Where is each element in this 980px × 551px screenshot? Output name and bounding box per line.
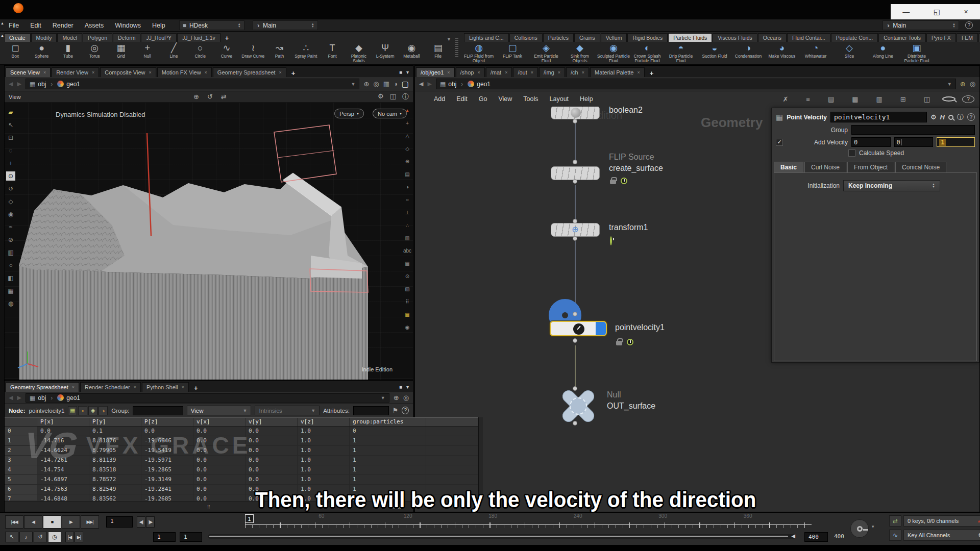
- shelf-tool[interactable]: ◕ Make Viscous: [765, 42, 799, 65]
- shelf-tool[interactable]: ◎ Torus: [81, 42, 108, 65]
- network-menu-item[interactable]: Go: [473, 95, 493, 103]
- shelf-tool[interactable]: ◔ Whitewater: [799, 42, 832, 65]
- initialization-dropdown[interactable]: Keep Incoming ▲▼: [843, 180, 940, 191]
- menu-item[interactable]: Help: [146, 22, 171, 29]
- pane-tab[interactable]: /shop ×: [456, 67, 485, 77]
- intrinsics-dropdown[interactable]: Intrinsics ▼: [255, 406, 320, 415]
- pane-toolbar-icon[interactable]: ✗: [777, 95, 794, 103]
- viewport-tool-icon[interactable]: ▰: [6, 108, 15, 117]
- viewport-tool-icon[interactable]: ◉: [6, 210, 15, 219]
- node-label[interactable]: OUT_surface: [607, 402, 655, 411]
- playbar-option-button[interactable]: ↖: [5, 532, 18, 542]
- shelf-tool[interactable]: ◐ Crown Splash Particle Fluid: [630, 42, 664, 65]
- shelf-tool[interactable]: Ψ L-System: [372, 42, 399, 65]
- viewport-tool-icon[interactable]: ◌: [6, 146, 15, 155]
- table-row[interactable]: 5-14.68978.78572-19.31490.00.01.01: [5, 475, 478, 485]
- viewport-tool-icon[interactable]: ≈: [6, 222, 15, 232]
- help-icon[interactable]: ?: [965, 21, 973, 29]
- viewport-tool-icon[interactable]: ◍: [6, 299, 15, 308]
- viewport-tool-icon[interactable]: ▥: [6, 248, 15, 257]
- node-create-surface[interactable]: [551, 166, 600, 180]
- null-node-center[interactable]: [570, 397, 587, 415]
- shelf-tab[interactable]: Viscous Fluids: [713, 33, 757, 42]
- column-header[interactable]: P[y]: [89, 418, 141, 426]
- pane-toolbar-icon[interactable]: ◫: [918, 95, 936, 103]
- pane-maximize-icon[interactable]: ■: [399, 384, 402, 390]
- close-icon[interactable]: ×: [279, 70, 282, 75]
- shelf-tab[interactable]: FEM: [957, 33, 978, 42]
- range-start2-field[interactable]: 1: [180, 532, 202, 542]
- panel-icon[interactable]: ▢: [402, 80, 409, 89]
- viewport-3d[interactable]: Dynamics Simulation Disabled Persp ▾ No …: [5, 103, 413, 380]
- node-wire[interactable]: [575, 345, 576, 388]
- shelf-tab[interactable]: Container Tools: [878, 33, 926, 42]
- breadcrumb-geo1[interactable]: geo1: [57, 394, 80, 402]
- info-icon[interactable]: ⓘ: [957, 113, 964, 122]
- back-icon[interactable]: ◀: [9, 81, 13, 87]
- menu-item[interactable]: Assets: [79, 22, 110, 29]
- parameter-tab[interactable]: From Object: [847, 162, 894, 172]
- cube-icon[interactable]: ▦: [383, 80, 389, 88]
- camera-selector[interactable]: Persp ▾: [334, 109, 364, 118]
- shelf-tool[interactable]: ● Sphere: [29, 42, 55, 65]
- close-icon[interactable]: ×: [205, 70, 207, 75]
- transport-button[interactable]: |◀◀: [5, 515, 23, 529]
- keys-info-box[interactable]: 0 keys, 0/0 channels ▲: [903, 515, 980, 527]
- viewport-display-icon[interactable]: ○: [403, 195, 412, 204]
- breadcrumb-geo1[interactable]: geo1: [57, 81, 80, 88]
- spinner-icon[interactable]: ▲▼: [238, 23, 241, 28]
- shelf-tab[interactable]: JJ_HouPY: [141, 33, 177, 42]
- right-layout-selector[interactable]: ◑ Main ▲▼: [883, 20, 959, 30]
- viewport-tool-icon[interactable]: ⊙: [6, 171, 15, 181]
- desktop-selector[interactable]: ■ HDesk ▲▼: [179, 20, 244, 30]
- target-icon[interactable]: ◎: [373, 80, 379, 88]
- menu-item[interactable]: Render: [47, 22, 79, 29]
- add-pane-tab-button[interactable]: +: [287, 69, 300, 77]
- shelf-tool[interactable]: ▣ Distribute Particle Fluid: [900, 42, 934, 65]
- range-handle-icon[interactable]: ◀: [791, 533, 795, 539]
- network-menu-item[interactable]: Add: [428, 95, 451, 103]
- pane-tab[interactable]: Composite View ×: [100, 67, 156, 77]
- calculate-speed-checkbox[interactable]: [848, 149, 855, 157]
- edge-arrow-icon[interactable]: ▲: [1, 34, 4, 37]
- table-row[interactable]: 2-14.66248.79905-19.54190.00.01.01: [5, 446, 478, 456]
- node-input-dot[interactable]: [573, 160, 577, 164]
- node-output-dot[interactable]: [573, 236, 577, 241]
- spreadsheet-mode-icon[interactable]: ◈: [88, 406, 97, 415]
- node-type-icon[interactable]: ▦: [776, 113, 783, 122]
- viewport-display-icon[interactable]: ∴: [403, 220, 412, 230]
- go-range-end-button[interactable]: ▶|: [75, 532, 83, 542]
- playbar-option-button[interactable]: ↺: [34, 532, 47, 542]
- help-icon[interactable]: ?: [402, 407, 409, 414]
- breadcrumb-obj[interactable]: ▦ obj: [440, 81, 456, 88]
- shelf-tab[interactable]: Populate Con...: [831, 33, 878, 42]
- viewport-display-icon[interactable]: ◇: [403, 144, 412, 153]
- minimize-button[interactable]: —: [902, 8, 910, 16]
- node-label[interactable]: create_surface: [609, 164, 663, 173]
- close-icon[interactable]: ×: [447, 70, 450, 75]
- parameter-tab[interactable]: Conical Noise: [895, 162, 946, 172]
- pane-tab[interactable]: Geometry Spreadsheet ×: [6, 382, 79, 392]
- spinner-icon[interactable]: ▲▼: [952, 23, 955, 28]
- transport-button[interactable]: ◀: [24, 515, 42, 529]
- transport-button[interactable]: ▶▶|: [81, 515, 99, 529]
- viewport-display-icon[interactable]: ⠿: [403, 297, 412, 306]
- shelf-tool[interactable]: ◒ Suction Fluid: [698, 42, 731, 65]
- shelf-tool[interactable]: ◉ Sculpted Particle Fluid: [597, 42, 630, 65]
- node-boolean2[interactable]: [551, 106, 600, 119]
- path-field[interactable]: ▦ obj › geo1 ▼: [26, 393, 389, 403]
- key-all-channels-button[interactable]: Key All Channels ▲▼: [903, 530, 980, 541]
- shelf-tool[interactable]: ◈ Emit Particle Fluid: [529, 42, 563, 65]
- column-header[interactable]: [5, 418, 37, 426]
- pane-tab[interactable]: Python Shell ×: [142, 382, 189, 392]
- houdini-help-icon[interactable]: H: [940, 113, 945, 121]
- table-row[interactable]: 00.00.10.00.00.01.00: [5, 427, 478, 436]
- help-icon[interactable]: ?: [967, 113, 975, 121]
- close-icon[interactable]: ×: [182, 385, 184, 390]
- viewport-display-icon[interactable]: △: [403, 131, 412, 140]
- shelf-tab[interactable]: Collisions: [509, 33, 543, 42]
- pane-tab[interactable]: Render Scheduler ×: [80, 382, 141, 392]
- node-output-dot[interactable]: [573, 179, 577, 184]
- playbar-option-button[interactable]: ◷: [48, 532, 61, 542]
- path-dropdown-icon[interactable]: ▼: [947, 82, 952, 87]
